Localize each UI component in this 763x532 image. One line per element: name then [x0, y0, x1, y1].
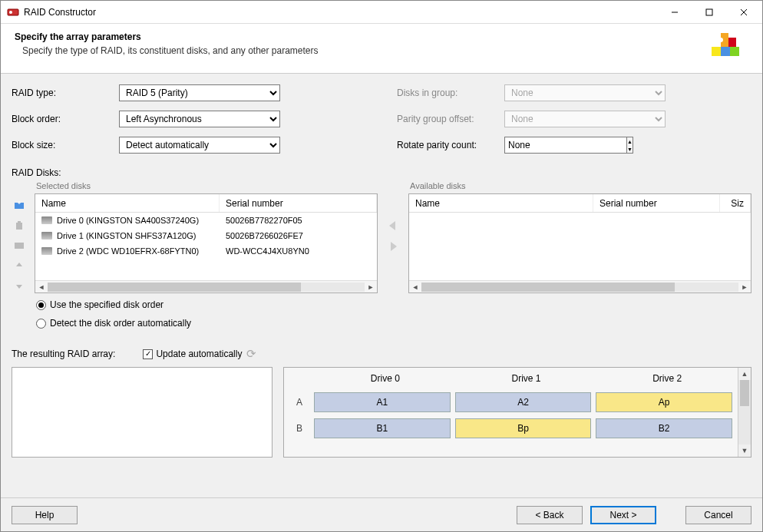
scroll-right-icon[interactable]: ►: [738, 283, 751, 291]
col-name[interactable]: Name: [35, 194, 220, 212]
cancel-button[interactable]: Cancel: [685, 506, 751, 524]
selected-hscroll[interactable]: ◄ ►: [35, 280, 377, 292]
layout-row-label: B: [287, 423, 312, 434]
radio-icon: [36, 319, 46, 329]
rotate-parity-input[interactable]: [504, 137, 627, 154]
table-row[interactable]: Drive 0 (KINGSTON SA400S37240G)50026B778…: [35, 213, 377, 228]
layout-row: BB1BpB2: [284, 415, 738, 441]
resulting-array-box: [12, 367, 272, 458]
rotate-parity-spinner[interactable]: ▲ ▼: [504, 137, 627, 154]
available-hscroll[interactable]: ◄ ►: [409, 280, 751, 292]
spinner-up-icon[interactable]: ▲: [627, 137, 633, 145]
move-right-icon[interactable]: [386, 240, 400, 255]
raid-type-select[interactable]: RAID 5 (Parity): [119, 84, 280, 101]
scroll-left-icon[interactable]: ◄: [409, 283, 421, 291]
radio-icon: [36, 300, 46, 310]
order-auto-radio[interactable]: Detect the disk order automatically: [36, 318, 751, 329]
add-disk-icon[interactable]: [12, 198, 27, 213]
selected-disk-tools: [12, 181, 28, 293]
scroll-up-icon[interactable]: ▲: [738, 368, 751, 380]
drive-serial: WD-WCC4J4XU8YN0: [220, 246, 377, 256]
data-block: A1: [314, 392, 451, 412]
move-down-icon[interactable]: [12, 278, 27, 293]
parity-block: Bp: [455, 418, 592, 438]
parity-offset-select: None: [504, 111, 666, 127]
selected-disks-grid[interactable]: Name Serial number Drive 0 (KINGSTON SA4…: [35, 193, 378, 293]
selected-disks-caption: Selected disks: [35, 181, 378, 190]
layout-row: AA1A2Ap: [284, 389, 738, 415]
block-size-select[interactable]: Detect automatically: [119, 137, 280, 154]
spinner-down-icon[interactable]: ▼: [627, 145, 633, 153]
page-description: Specify the type of RAID, its constituen…: [15, 45, 707, 56]
raid-type-label: RAID type:: [12, 88, 119, 98]
table-row[interactable]: Drive 2 (WDC WD10EFRX-68FYTN0)WD-WCC4J4X…: [35, 243, 377, 259]
drive-icon: [41, 232, 52, 240]
scroll-right-icon[interactable]: ►: [365, 283, 377, 291]
drive-icon: [41, 247, 52, 255]
back-button[interactable]: < Back: [517, 506, 583, 524]
scroll-down-icon[interactable]: ▼: [738, 444, 751, 457]
disk-file-icon[interactable]: [12, 238, 27, 253]
col-size[interactable]: Siz: [720, 194, 751, 212]
titlebar: RAID Constructor: [1, 1, 762, 24]
move-left-icon[interactable]: [386, 220, 400, 234]
window: RAID Constructor Specify the array param…: [0, 0, 763, 532]
col-serial[interactable]: Serial number: [593, 194, 720, 212]
order-specified-radio[interactable]: Use the specified disk order: [36, 299, 751, 310]
order-auto-label: Detect the disk order automatically: [50, 318, 191, 329]
disks-in-group-select: None: [504, 84, 666, 101]
minimize-button[interactable]: [657, 2, 692, 23]
block-order-label: Block order:: [12, 114, 119, 124]
data-block: A2: [455, 392, 592, 412]
drive-name: Drive 1 (KINGSTON SHFS37A120G): [57, 231, 196, 240]
refresh-icon[interactable]: ⟳: [246, 347, 256, 361]
svg-rect-7: [15, 243, 24, 249]
block-order-select[interactable]: Left Asynchronous: [119, 111, 280, 127]
puzzle-icon: [707, 31, 744, 62]
order-specified-label: Use the specified disk order: [50, 299, 164, 310]
layout-vscroll[interactable]: ▲ ▼: [738, 368, 751, 457]
drive-serial: 50026B7782270F05: [220, 216, 377, 225]
drive-name: Drive 0 (KINGSTON SA400S37240G): [57, 216, 199, 225]
layout-col-header: Drive 2: [596, 373, 738, 384]
wizard-footer: Help < Back Next > Cancel: [1, 497, 762, 531]
update-auto-checkbox[interactable]: [143, 349, 153, 359]
close-button[interactable]: [726, 2, 761, 23]
layout-col-header: Drive 1: [456, 373, 597, 384]
scroll-left-icon[interactable]: ◄: [35, 283, 48, 291]
maximize-button[interactable]: [692, 2, 726, 23]
available-disks-grid[interactable]: Name Serial number Siz ◄ ►: [408, 193, 751, 293]
drive-icon: [41, 216, 52, 224]
app-icon: [7, 6, 19, 18]
next-button[interactable]: Next >: [590, 506, 656, 524]
parity-block: Ap: [596, 392, 732, 412]
help-button[interactable]: Help: [12, 506, 78, 524]
parity-offset-label: Parity group offset:: [397, 114, 504, 124]
delete-disk-icon[interactable]: [12, 218, 27, 233]
window-controls: [657, 2, 761, 23]
block-size-label: Block size:: [12, 140, 119, 150]
drive-serial: 50026B7266026FE7: [220, 231, 377, 240]
col-name[interactable]: Name: [409, 194, 593, 212]
col-serial[interactable]: Serial number: [220, 194, 377, 212]
rotate-parity-label: Rotate parity count:: [397, 140, 504, 150]
layout-row-label: A: [287, 397, 312, 408]
window-title: RAID Constructor: [24, 7, 657, 18]
svg-rect-3: [706, 9, 712, 15]
table-row[interactable]: Drive 1 (KINGSTON SHFS37A120G)50026B7266…: [35, 228, 377, 243]
drive-name: Drive 2 (WDC WD10EFRX-68FYTN0): [57, 246, 199, 256]
move-up-icon[interactable]: [12, 258, 27, 273]
resulting-array-label: The resulting RAID array:: [12, 349, 115, 359]
data-block: B2: [596, 418, 732, 438]
layout-col-header: Drive 0: [315, 373, 456, 384]
available-disks-caption: Available disks: [408, 181, 751, 190]
content-area: RAID type: RAID 5 (Parity) Block order: …: [1, 74, 762, 497]
wizard-header: Specify the array parameters Specify the…: [1, 24, 762, 74]
disks-in-group-label: Disks in group:: [397, 88, 504, 98]
page-title: Specify the array parameters: [15, 31, 707, 42]
update-auto-label: Update automatically: [156, 349, 242, 359]
data-block: B1: [314, 418, 451, 438]
raid-disks-label: RAID Disks:: [12, 167, 751, 178]
svg-point-1: [9, 11, 12, 14]
layout-diagram: Drive 0Drive 1Drive 2 AA1A2ApBB1BpB2 ▲ ▼: [283, 367, 751, 458]
